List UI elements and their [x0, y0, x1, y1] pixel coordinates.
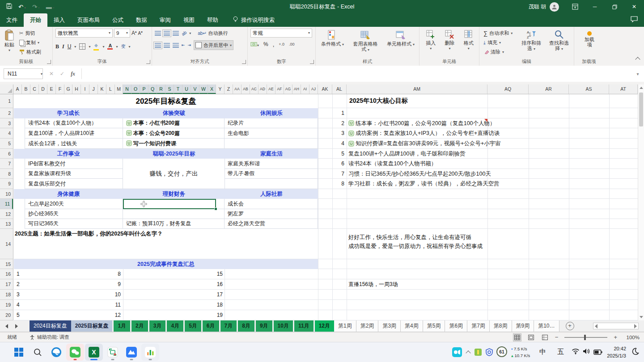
column-header-C[interactable]: C — [30, 84, 39, 94]
row-header-15[interactable]: 15 — [0, 259, 13, 269]
core-goal-text[interactable]: 知识付费课=复盘创富30讲卖99元，视频号+公众号+小宇宙 — [348, 139, 501, 149]
meeting-app-icon[interactable] — [123, 344, 140, 361]
row-header-9[interactable]: 9 — [0, 179, 13, 189]
cell[interactable]: 家庭关系和谐 — [225, 159, 318, 169]
sheet-tab-20[interactable]: 第7周 — [467, 320, 490, 332]
merged-cell[interactable]: 赚钱，交付，产出 — [123, 159, 225, 189]
column-header-P[interactable]: P — [140, 84, 148, 94]
align-right-icon[interactable] — [173, 43, 179, 48]
accounting-format-icon[interactable]: ▾ — [250, 40, 259, 48]
column-header-U[interactable]: U — [182, 84, 191, 94]
align-middle-icon[interactable] — [164, 31, 170, 36]
increase-indent-icon[interactable]: ⇥ — [188, 43, 191, 47]
cell[interactable] — [225, 179, 318, 189]
decrease-font-icon[interactable]: A▾ — [138, 30, 143, 36]
new-sheet-button[interactable]: + — [566, 322, 574, 330]
menu-tab-7[interactable]: 视图 — [177, 13, 201, 27]
row-header-19[interactable]: 19 — [0, 300, 13, 310]
sheet-tab-16[interactable]: 第3周 — [378, 320, 401, 332]
column-header-AR[interactable]: AR — [529, 84, 569, 94]
redo-button[interactable]: ↷▾ — [32, 4, 40, 10]
addins-button[interactable]: 加载项 — [582, 29, 597, 59]
battery-icon[interactable] — [593, 349, 602, 357]
column-header-X[interactable]: X — [208, 84, 216, 94]
core-goal-number[interactable]: 2 — [332, 118, 344, 128]
cell[interactable]: 生命电影 — [225, 128, 318, 139]
cell[interactable]: 带儿子暑假 — [225, 169, 318, 179]
core-goal-number[interactable]: 7 — [332, 169, 344, 179]
sheet-tab-12[interactable]: 11月 — [294, 320, 314, 332]
column-header-AD[interactable]: AD — [258, 84, 267, 94]
sheet-tab-4[interactable]: 3月 — [149, 320, 166, 332]
number-dialog-launcher[interactable] — [310, 60, 314, 64]
close-button[interactable]: ✕ — [624, 0, 644, 13]
column-header-O[interactable]: O — [131, 84, 140, 94]
summary-cell[interactable]: 12 — [76, 310, 121, 320]
page-layout-view-icon[interactable] — [527, 334, 535, 341]
sort-filter-button[interactable]: AZ 排序和筛选 ▾ — [518, 29, 544, 59]
cell[interactable]: 复盘家族课程升级 — [25, 169, 123, 179]
delete-cells-button[interactable]: 删除▾ — [443, 29, 456, 59]
sheet-tab-2[interactable]: 1月 — [114, 320, 130, 332]
increase-decimal-icon[interactable]: +.0 — [279, 42, 284, 46]
column-header-M[interactable]: M — [115, 84, 123, 94]
chart-app-icon[interactable] — [141, 344, 159, 361]
find-select-button[interactable]: 查找和选择 ▾ — [546, 29, 572, 59]
restore-button[interactable] — [605, 0, 624, 13]
row-header-6[interactable]: 6 — [0, 149, 13, 159]
percent-icon[interactable]: % — [263, 41, 268, 47]
font-dialog-launcher[interactable] — [146, 60, 150, 64]
formula-input[interactable] — [81, 68, 631, 79]
next-sheet-icon[interactable] — [15, 324, 18, 328]
column-header-AH[interactable]: AH — [292, 84, 301, 94]
column-header-R[interactable]: R — [157, 84, 165, 94]
temperature-badge[interactable]: 61 — [496, 346, 507, 357]
insert-function-icon[interactable]: fx — [71, 71, 75, 77]
sheet-tab-11[interactable]: 10月 — [274, 320, 293, 332]
row-header-10[interactable]: 10 — [0, 189, 13, 199]
vertical-scroll-thumb[interactable] — [639, 93, 643, 126]
cell[interactable]: 记账：预算10万，财务复盘 — [123, 219, 225, 229]
fill-color-icon[interactable] — [93, 42, 99, 51]
summary-cell[interactable]: 2 — [17, 279, 34, 290]
comma-icon[interactable]: , — [273, 41, 275, 48]
sheet-tab-8[interactable]: 7月 — [220, 320, 237, 332]
column-header-AI[interactable]: AI — [301, 84, 309, 94]
start-button[interactable] — [10, 344, 28, 361]
align-center-icon[interactable] — [164, 43, 170, 48]
alignment-dialog-launcher[interactable] — [242, 60, 246, 64]
row-header-18[interactable]: 18 — [0, 290, 13, 300]
core-goal-number[interactable]: 4 — [332, 139, 344, 149]
cut-button[interactable]: ✂剪切 — [18, 29, 42, 38]
column-header-F[interactable]: F — [56, 84, 64, 94]
row-header-20[interactable]: 20 — [0, 310, 13, 320]
wifi-icon[interactable] — [572, 348, 580, 356]
prev-sheet-icon[interactable] — [5, 324, 8, 328]
core-goal-text[interactable]: 学习社群：成长会，粥左罗，读书（经典），必经之路天空营 — [348, 179, 500, 189]
tray-app-icon[interactable] — [472, 344, 484, 361]
sheet-tab-10[interactable]: 9月 — [256, 320, 272, 332]
fill-button[interactable]: ⤓填充▾ — [482, 38, 517, 47]
row-headers[interactable]: 1234567891011121314151617181920 — [0, 94, 13, 320]
scroll-up-icon[interactable] — [640, 87, 643, 89]
decrease-indent-icon[interactable]: ⇤ — [182, 43, 185, 47]
format-painter-button[interactable]: 格式刷 — [18, 47, 42, 56]
menu-tab-3[interactable]: 页面布局 — [71, 13, 106, 27]
summary-cell[interactable]: 4 — [17, 300, 34, 310]
core-goal-number[interactable]: 8 — [332, 179, 344, 189]
column-header-AG[interactable]: AG — [284, 84, 292, 94]
sheet-tab-13[interactable]: 12月 — [315, 320, 334, 332]
row-header-16[interactable]: 16 — [0, 269, 13, 279]
cell[interactable]: 粥左罗 — [225, 209, 318, 219]
core-goal-text[interactable]: 习惯：日记365天/抄心经365天/七点早起200天/散步100天 — [348, 169, 491, 179]
summary-cell[interactable]: 17 — [178, 290, 223, 300]
selection-fill-handle[interactable] — [214, 207, 217, 210]
enter-icon[interactable]: ✓ — [60, 71, 64, 77]
column-header-L[interactable]: L — [106, 84, 115, 94]
bold-button[interactable]: B — [55, 43, 59, 50]
row-header-8[interactable]: 8 — [0, 169, 13, 179]
menu-tab-6[interactable]: 审阅 — [153, 13, 177, 27]
minimize-button[interactable]: ─ — [585, 0, 605, 13]
column-header-AQ[interactable]: AQ — [487, 84, 529, 94]
sheet-tab-15[interactable]: 第2周 — [356, 320, 379, 332]
